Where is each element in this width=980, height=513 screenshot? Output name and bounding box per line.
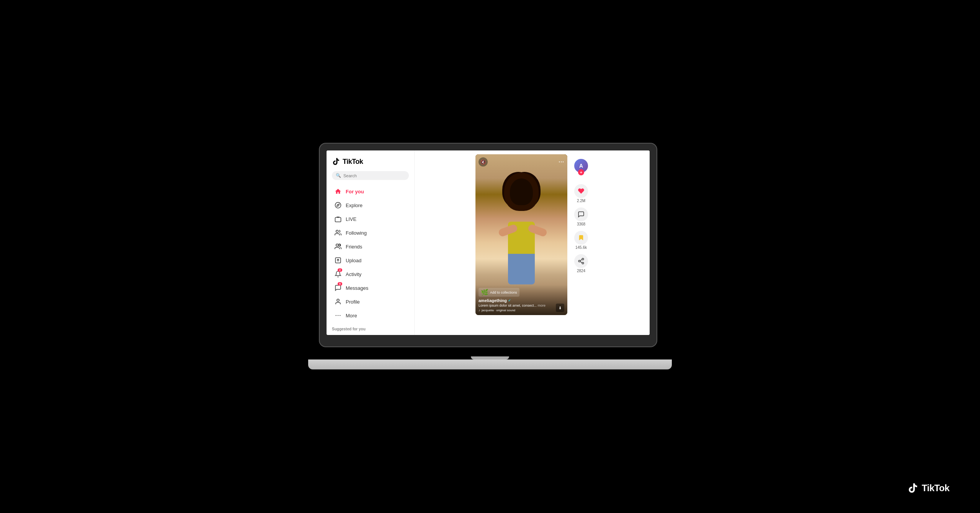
profile-icon [334, 298, 342, 306]
svg-point-3 [336, 244, 338, 246]
nav-item-live[interactable]: LIVE [329, 212, 412, 225]
nav-items: For you Explore [327, 183, 414, 324]
main-content: 🔇 ··· 🌿 Ad [415, 150, 650, 335]
suggested-title: Suggested for you [332, 327, 409, 331]
nav-item-following[interactable]: Following [329, 226, 412, 239]
video-more-button[interactable]: ··· [559, 159, 564, 165]
nav-item-messages[interactable]: 9 Messages [329, 281, 412, 294]
video-save-button[interactable]: ⬇ [556, 304, 564, 312]
video-sound[interactable]: ♪ jacqueiia · original sound [479, 309, 564, 312]
comment-button[interactable]: 3368 [574, 207, 588, 226]
nav-item-profile[interactable]: Profile [329, 295, 412, 308]
nav-label-more: More [346, 313, 357, 319]
suggested-section: Suggested for you M miketyson ✓ [327, 324, 414, 335]
svg-point-11 [578, 260, 580, 262]
search-input[interactable] [343, 173, 405, 178]
like-button[interactable]: 2.2M [574, 184, 588, 203]
nav-label-messages: Messages [346, 285, 368, 291]
nav-label-activity: Activity [346, 271, 361, 277]
follow-plus-icon: + [578, 169, 584, 175]
nav-label-explore: Explore [346, 203, 363, 208]
sidebar-logo: TikTok [327, 155, 414, 170]
video-top-bar: 🔇 ··· [479, 157, 564, 167]
nav-item-explore[interactable]: Explore [329, 199, 412, 212]
home-icon [334, 188, 342, 195]
nav-label-upload: Upload [346, 258, 361, 263]
nav-label-following: Following [346, 230, 367, 236]
nav-label-friends: Friends [346, 244, 362, 250]
laptop-hinge [471, 356, 509, 359]
svg-line-13 [580, 261, 582, 263]
comment-icon-circle [574, 207, 588, 221]
like-count: 2.2M [577, 199, 585, 203]
video-container: 🔇 ··· 🌿 Ad [475, 154, 567, 315]
creator-verified-icon: ✓ [508, 299, 511, 302]
svg-point-6 [337, 299, 339, 301]
svg-rect-1 [335, 217, 341, 222]
bookmark-count: 145.6k [575, 245, 587, 250]
svg-point-9 [340, 315, 340, 316]
share-icon-circle [574, 254, 588, 268]
download-icon: ⬇ [559, 306, 562, 310]
more-icon [334, 312, 342, 319]
activity-icon: 2 [334, 270, 342, 278]
messages-icon: 9 [334, 284, 342, 292]
nav-label-profile: Profile [346, 299, 360, 305]
search-box[interactable]: 🔍 [332, 171, 409, 180]
nav-item-for-you[interactable]: For you [329, 185, 412, 198]
upload-icon [334, 256, 342, 264]
more-dots-icon: ··· [559, 159, 564, 165]
video-more-link[interactable]: more [538, 304, 546, 307]
sound-text: jacqueiia · original sound [482, 309, 515, 312]
video-bottom-overlay: 🌿 Add to collections ameliagething ✓ Lor… [475, 285, 567, 315]
creator-name[interactable]: ameliagething ✓ [479, 298, 564, 303]
nav-label-for-you: For you [346, 189, 364, 194]
creator-avatar-action[interactable]: A + [573, 158, 589, 173]
add-collections-bar[interactable]: 🌿 Add to collections [479, 288, 519, 297]
suggested-user-miketyson[interactable]: M miketyson ✓ username [332, 333, 409, 335]
svg-point-10 [582, 258, 584, 260]
nav-item-more[interactable]: More [329, 309, 412, 322]
explore-icon [334, 201, 342, 209]
sidebar: TikTok 🔍 [327, 150, 415, 335]
following-icon [334, 229, 342, 237]
svg-point-7 [336, 315, 336, 316]
music-note-icon: ♪ [479, 309, 480, 312]
comment-count: 3368 [577, 222, 585, 226]
person-head [510, 178, 533, 205]
svg-point-0 [335, 203, 341, 208]
nav-item-upload[interactable]: Upload [329, 254, 412, 267]
bookmark-button[interactable]: 145.6k [574, 231, 588, 250]
nav-item-friends[interactable]: Friends [329, 240, 412, 253]
svg-line-14 [580, 260, 582, 261]
collection-emoji: 🌿 [481, 289, 488, 296]
messages-badge: 9 [338, 282, 342, 286]
svg-point-8 [338, 315, 338, 316]
search-icon: 🔍 [336, 173, 341, 178]
activity-badge: 2 [338, 268, 342, 272]
video-area: 🔇 ··· 🌿 Ad [415, 150, 650, 335]
mute-button[interactable]: 🔇 [479, 157, 488, 167]
side-actions: A + 2.2M [573, 154, 589, 273]
share-button[interactable]: 2824 [574, 254, 588, 273]
bookmark-icon-circle [574, 231, 588, 245]
nav-label-live: LIVE [346, 216, 356, 222]
svg-point-2 [336, 230, 338, 232]
person-pants [508, 254, 535, 284]
watermark-logo-icon [907, 482, 919, 494]
watermark-text: TikTok [922, 483, 949, 493]
live-icon [334, 215, 342, 223]
friends-icon [334, 243, 342, 250]
heart-icon-circle [574, 184, 588, 198]
nav-item-activity[interactable]: 2 Activity [329, 268, 412, 281]
app-name: TikTok [343, 158, 363, 166]
mute-icon: 🔇 [480, 160, 486, 165]
tiktok-logo-icon [332, 157, 340, 166]
add-collections-text: Add to collections [490, 291, 517, 294]
tiktok-watermark: TikTok [907, 482, 949, 494]
svg-point-12 [582, 262, 584, 264]
laptop-base [308, 359, 672, 369]
share-count: 2824 [577, 269, 585, 273]
video-description: Lorem ipsum dolor sit amet, consect... m… [479, 304, 564, 307]
